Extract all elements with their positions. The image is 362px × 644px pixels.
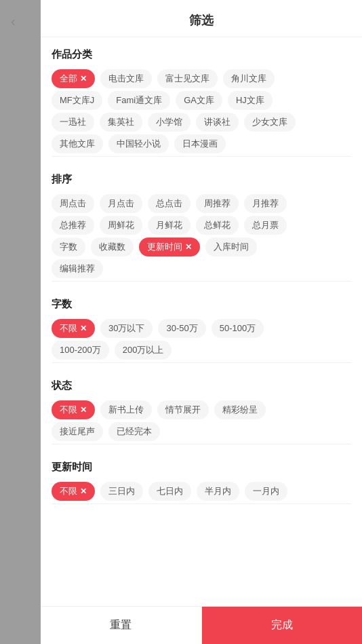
tag-更新时间[interactable]: 更新时间 ✕ — [139, 238, 200, 257]
tag-总鲜花[interactable]: 总鲜花 — [196, 216, 239, 235]
tag-全部[interactable]: 全部 ✕ — [52, 69, 95, 88]
tag-30万以下[interactable]: 30万以下 — [100, 319, 153, 338]
close-icon: ✕ — [80, 74, 87, 83]
tag-总月票[interactable]: 总月票 — [244, 216, 287, 235]
tags-row: 字数收藏数更新时间 ✕入库时间 — [52, 238, 351, 257]
tags-row: 一迅社集英社小学馆讲谈社少女文库 — [52, 113, 351, 132]
section-status: 状态不限 ✕新书上传情节展开精彩纷呈接近尾声已经完本 — [52, 368, 351, 444]
tag-电击文库[interactable]: 电击文库 — [100, 69, 152, 88]
panel-header: 筛选 — [41, 0, 362, 37]
tag-入库时间[interactable]: 入库时间 — [205, 238, 257, 257]
close-icon: ✕ — [185, 242, 192, 252]
tag-100-200万[interactable]: 100-200万 — [52, 341, 109, 360]
tag-总推荐[interactable]: 总推荐 — [52, 216, 94, 235]
tag-日本漫画[interactable]: 日本漫画 — [174, 134, 226, 153]
tag-小学馆[interactable]: 小学馆 — [148, 113, 190, 132]
filter-panel: 筛选 作品分类全部 ✕电击文库富士见文库角川文库MF文库JFami通文库GA文库… — [41, 0, 362, 644]
tags-row: 不限 ✕三日内七日内半月内一月内 — [52, 482, 351, 501]
tag-总点击[interactable]: 总点击 — [148, 194, 190, 213]
tag-半月内[interactable]: 半月内 — [197, 482, 239, 501]
tag-不限[interactable]: 不限 ✕ — [52, 400, 95, 419]
tags-row: MF文库JFami通文库GA文库HJ文库 — [52, 91, 351, 110]
tags-row: 其他文库中国轻小说日本漫画 — [52, 134, 351, 153]
reset-button[interactable]: 重置 — [41, 607, 202, 644]
tag-编辑推荐[interactable]: 编辑推荐 — [52, 259, 103, 278]
tag-中国轻小说[interactable]: 中国轻小说 — [108, 134, 169, 153]
tag-角川文库[interactable]: 角川文库 — [223, 69, 275, 88]
section-divider — [52, 504, 351, 504]
section-title-wordcount: 字数 — [52, 298, 351, 311]
panel-footer: 重置 完成 — [41, 606, 362, 644]
section-category: 作品分类全部 ✕电击文库富士见文库角川文库MF文库JFami通文库GA文库HJ文… — [52, 37, 351, 157]
section-divider — [52, 281, 351, 282]
tag-字数[interactable]: 字数 — [52, 238, 85, 257]
tag-收藏数[interactable]: 收藏数 — [91, 238, 134, 257]
tag-周推荐[interactable]: 周推荐 — [196, 194, 239, 213]
tag-情节展开[interactable]: 情节展开 — [157, 400, 209, 419]
section-title-updatetime: 更新时间 — [52, 461, 351, 474]
tag-HJ文库[interactable]: HJ文库 — [228, 91, 273, 110]
tag-月鲜花[interactable]: 月鲜花 — [148, 216, 190, 235]
tag-一月内[interactable]: 一月内 — [245, 482, 287, 501]
tag-精彩纷呈[interactable]: 精彩纷呈 — [214, 400, 266, 419]
close-icon: ✕ — [80, 487, 87, 496]
tag-不限[interactable]: 不限 ✕ — [52, 319, 95, 338]
tags-row: 不限 ✕新书上传情节展开精彩纷呈 — [52, 400, 351, 419]
section-sort: 排序周点击月点击总点击周推荐月推荐总推荐周鲜花月鲜花总鲜花总月票字数收藏数更新时… — [52, 162, 351, 282]
tag-已经完本[interactable]: 已经完本 — [108, 422, 160, 441]
overlay — [0, 0, 41, 644]
tag-少女文库[interactable]: 少女文库 — [244, 113, 296, 132]
tag-月推荐[interactable]: 月推荐 — [244, 194, 287, 213]
tag-30-50万[interactable]: 30-50万 — [158, 319, 205, 338]
panel-title: 筛选 — [189, 14, 214, 27]
tags-row: 周点击月点击总点击周推荐月推荐 — [52, 194, 351, 213]
section-title-category: 作品分类 — [52, 48, 351, 61]
tag-一迅社[interactable]: 一迅社 — [52, 113, 94, 132]
tag-其他文库[interactable]: 其他文库 — [52, 134, 103, 153]
tag-Fami通文库[interactable]: Fami通文库 — [108, 91, 170, 110]
tags-row: 不限 ✕30万以下30-50万50-100万 — [52, 319, 351, 338]
close-icon: ✕ — [80, 405, 87, 415]
tag-周点击[interactable]: 周点击 — [52, 194, 94, 213]
panel-body: 作品分类全部 ✕电击文库富士见文库角川文库MF文库JFami通文库GA文库HJ文… — [41, 37, 362, 606]
section-title-status: 状态 — [52, 379, 351, 392]
tag-七日内[interactable]: 七日内 — [148, 482, 191, 501]
tag-50-100万[interactable]: 50-100万 — [212, 319, 264, 338]
confirm-button[interactable]: 完成 — [202, 607, 363, 644]
tag-GA文库[interactable]: GA文库 — [176, 91, 222, 110]
tag-不限[interactable]: 不限 ✕ — [52, 482, 95, 501]
tag-200万以上[interactable]: 200万以上 — [115, 341, 172, 360]
section-wordcount: 字数不限 ✕30万以下30-50万50-100万100-200万200万以上 — [52, 287, 351, 363]
back-button[interactable]: ‹ — [11, 14, 16, 29]
tag-MF文库J[interactable]: MF文库J — [52, 91, 102, 110]
section-updatetime: 更新时间不限 ✕三日内七日内半月内一月内 — [52, 450, 351, 504]
tags-row: 编辑推荐 — [52, 259, 351, 278]
tag-接近尾声[interactable]: 接近尾声 — [52, 422, 103, 441]
section-divider — [52, 362, 351, 363]
tags-row: 100-200万200万以上 — [52, 341, 351, 360]
section-divider — [52, 444, 351, 444]
tag-三日内[interactable]: 三日内 — [100, 482, 143, 501]
tag-周鲜花[interactable]: 周鲜花 — [100, 216, 142, 235]
tag-新书上传[interactable]: 新书上传 — [100, 400, 152, 419]
tags-row: 接近尾声已经完本 — [52, 422, 351, 441]
tag-月点击[interactable]: 月点击 — [100, 194, 142, 213]
close-icon: ✕ — [80, 324, 87, 333]
section-divider — [52, 156, 351, 157]
tag-集英社[interactable]: 集英社 — [100, 113, 142, 132]
tag-讲谈社[interactable]: 讲谈社 — [196, 113, 239, 132]
tags-row: 全部 ✕电击文库富士见文库角川文库 — [52, 69, 351, 88]
tags-row: 总推荐周鲜花月鲜花总鲜花总月票 — [52, 216, 351, 235]
tag-富士见文库[interactable]: 富士见文库 — [157, 69, 218, 88]
section-title-sort: 排序 — [52, 173, 351, 186]
